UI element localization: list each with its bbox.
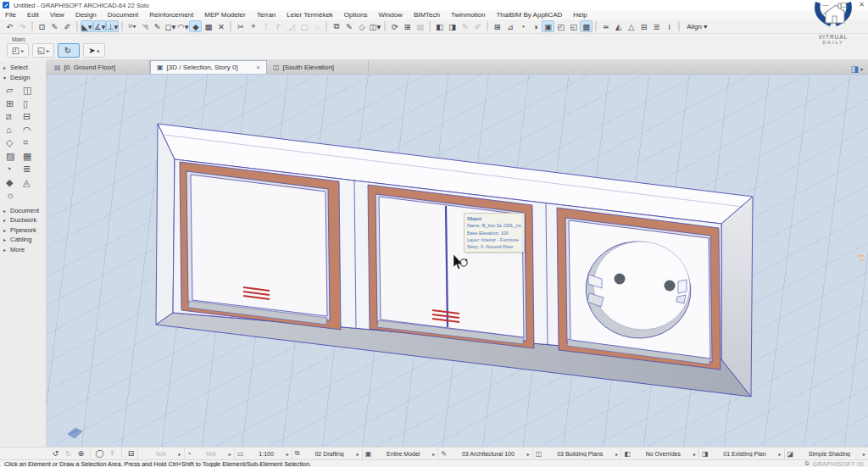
undo-icon[interactable]: ↶ xyxy=(3,20,16,32)
marquee-tool-icon[interactable]: ∡▾ xyxy=(93,20,106,32)
object-tool[interactable]: ◆ xyxy=(6,176,23,190)
menu-item[interactable]: Window xyxy=(378,11,402,19)
orientation-field[interactable]: ◔ N/A ▸ xyxy=(184,448,234,459)
grid-display-icon[interactable]: ▦ xyxy=(202,20,214,32)
offset-icon[interactable]: ⌂ xyxy=(310,20,323,32)
elevation-icon[interactable]: ◑ xyxy=(529,20,542,32)
multiply-icon[interactable]: ◫▾ xyxy=(368,20,381,32)
fillet-icon[interactable]: Γ xyxy=(272,20,285,32)
render-settings-icon[interactable]: ▩ xyxy=(580,20,593,32)
arrow-tool-icon[interactable]: ◣▾ xyxy=(81,20,93,32)
menu-item[interactable]: Help xyxy=(573,11,587,19)
magic-wand-icon[interactable]: ⊞ xyxy=(401,20,414,32)
menu-item[interactable]: Edit xyxy=(27,11,39,19)
snap-points-icon[interactable]: ◠▾ xyxy=(176,20,189,32)
shell-tool[interactable]: ◠ xyxy=(23,124,40,137)
skylight-tool[interactable]: ◬ xyxy=(23,176,40,190)
toolbox-section-header[interactable]: ▸Pipework xyxy=(0,225,46,236)
align-dropdown[interactable]: Align ▾ xyxy=(682,20,711,32)
element-selection-button[interactable]: ◰▸ xyxy=(7,43,29,58)
mirror-icon[interactable]: ◇ xyxy=(355,20,368,32)
switch-middle[interactable] xyxy=(368,185,534,348)
grid-snap-icon[interactable]: ⌗▾ xyxy=(125,20,138,32)
text-icon[interactable]: ✐ xyxy=(471,20,484,32)
menu-item[interactable]: Options xyxy=(344,11,368,19)
photo-render-icon[interactable]: ◱ xyxy=(567,20,580,32)
navigator-icon[interactable]: ≣ xyxy=(650,20,663,32)
toolbox-section-header[interactable]: ▸Cabling xyxy=(0,235,46,245)
measure-tool-icon[interactable]: ⊥▾ xyxy=(106,20,119,32)
inject-parameters-icon[interactable]: ✐ xyxy=(61,20,74,32)
navigate-forward-icon[interactable]: ↻ xyxy=(62,449,75,458)
trim-icon[interactable]: ✂ xyxy=(234,20,247,32)
door-tool[interactable]: ◫ xyxy=(23,84,40,97)
graphisoft-id-icon[interactable]: ⧉ xyxy=(804,460,809,467)
scale-field[interactable]: ▭ 1:100 ▸ xyxy=(234,448,292,459)
toolbox-section-header[interactable]: ▸Ductwork xyxy=(0,215,46,225)
marquee-selection-button[interactable]: ◱▸ xyxy=(32,43,54,58)
curtain-wall-tool[interactable]: ▦ xyxy=(23,150,40,164)
renovation-filter-field[interactable]: ◨ 01 Existing Plan ▸ xyxy=(698,448,784,459)
zoom-box-icon[interactable]: ⊟ xyxy=(125,449,137,458)
menu-item[interactable]: BIMTech xyxy=(414,11,440,19)
morph-tool[interactable]: ◇ xyxy=(6,136,23,150)
pen-set-field[interactable]: ✎ 03 Architectural 100 ▸ xyxy=(437,448,531,459)
menu-item[interactable]: ThaiBIM By AppliCAD xyxy=(496,11,562,19)
camera-icon[interactable]: ◰ xyxy=(554,20,567,32)
beam-tool[interactable]: ⧄ xyxy=(6,110,23,124)
toolbox-section-header[interactable]: ▾Design xyxy=(0,73,46,83)
window-tool[interactable]: ⊟ xyxy=(23,110,40,124)
snap-guides-icon[interactable]: ◻▾ xyxy=(164,20,176,32)
annotation-icon[interactable]: ✎ xyxy=(459,20,471,32)
redo-icon[interactable]: ↷ xyxy=(16,20,29,32)
toolbox-section-header[interactable]: ▸More xyxy=(0,245,46,255)
menu-item[interactable]: Document xyxy=(108,11,138,19)
menu-item[interactable]: View xyxy=(50,11,64,19)
move-icon[interactable]: ⧉ xyxy=(330,20,342,32)
arrow-cursor-button[interactable]: ➤▸ xyxy=(83,43,105,58)
previous-view-icon[interactable]: ↟ xyxy=(106,449,119,458)
menu-item[interactable]: MEP Modeler xyxy=(204,11,245,19)
roof-tool[interactable]: ⌂ xyxy=(6,124,23,137)
zoom-in-icon[interactable]: ⊕ xyxy=(75,449,87,458)
orbit-button[interactable]: ↻ xyxy=(58,43,80,58)
intersect-icon[interactable]: ⊺ xyxy=(259,20,272,32)
zone-tool[interactable]: ◔ xyxy=(6,163,23,176)
mesh-tool[interactable]: ▨ xyxy=(6,150,23,164)
view-tab[interactable]: ▣ [3D / Selection, Story 0] × xyxy=(150,60,267,74)
close-icon[interactable]: × xyxy=(251,64,260,71)
distant-object[interactable] xyxy=(68,428,82,438)
railing-tool[interactable]: ⌗ xyxy=(23,136,40,150)
switch-left[interactable] xyxy=(180,162,341,330)
favorites-icon[interactable]: ⊡ xyxy=(36,20,48,32)
teamwork-icon[interactable]: △ xyxy=(625,20,637,32)
navigate-back-icon[interactable]: ↺ xyxy=(49,449,62,458)
stair-tool[interactable]: ≣ xyxy=(23,163,40,176)
layers-settings-icon[interactable]: ▤ xyxy=(414,20,426,32)
label-icon[interactable]: ◨ xyxy=(446,20,459,32)
rotate-icon[interactable]: ✎ xyxy=(342,20,355,32)
pick-up-parameters-icon[interactable]: ✎ xyxy=(48,20,61,32)
toolbox-section-header[interactable]: ▸Select xyxy=(0,63,46,73)
split-icon[interactable]: ✕ xyxy=(214,20,227,32)
lamp-tool[interactable]: ☼ xyxy=(6,189,23,203)
wall-tool[interactable]: ▱ xyxy=(6,84,23,97)
schedule-icon[interactable]: ⊞ xyxy=(491,20,504,32)
menu-item[interactable]: Terran xyxy=(257,11,276,19)
adjust-icon[interactable]: ⌖ xyxy=(247,20,259,32)
chamfer-icon[interactable]: ◿ xyxy=(285,20,298,32)
view-tab[interactable]: ▤ [0. Ground Floor] xyxy=(48,60,150,74)
zoom-field[interactable]: N/A ▸ xyxy=(137,448,184,459)
gravity-icon[interactable]: ◥ xyxy=(138,20,151,32)
menu-item[interactable]: Leier Termékek xyxy=(287,11,333,19)
comment-icon[interactable]: ◯ xyxy=(93,449,106,458)
layout-book-icon[interactable]: ≃ xyxy=(599,20,612,32)
model-view-options-field[interactable]: ◫ 03 Building Plans ▸ xyxy=(532,448,621,459)
view-style-field[interactable]: ◪ Simple Shading ▸ xyxy=(784,448,868,459)
socket-right[interactable] xyxy=(557,208,721,370)
dimension-icon[interactable]: ◧ xyxy=(433,20,446,32)
wall-plate-3d-model[interactable] xyxy=(47,75,868,447)
chevron-down-icon[interactable]: ▾ xyxy=(860,66,863,72)
layer-field[interactable]: ⧉ 02 Drafting ▸ xyxy=(292,448,362,459)
3d-viewport[interactable]: Object Name: B_box SL-GDL_int Base Eleva… xyxy=(47,75,868,447)
